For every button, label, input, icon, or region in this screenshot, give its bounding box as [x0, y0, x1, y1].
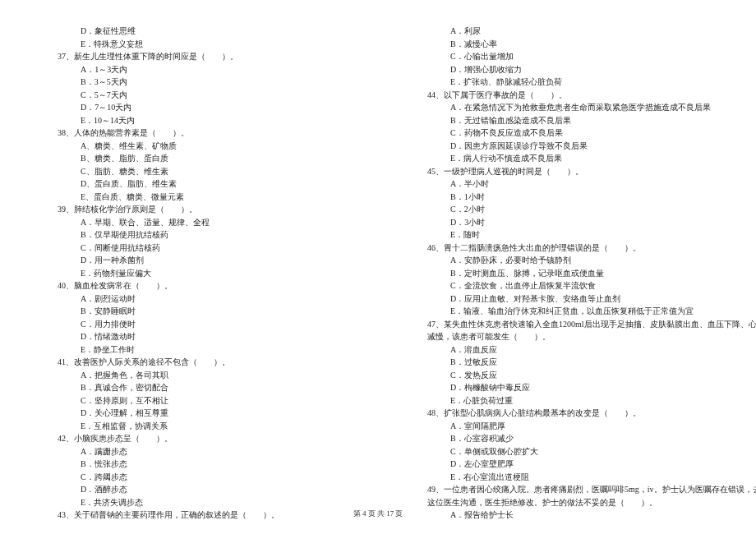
option-line: E．随时 [427, 228, 715, 242]
option-line: B．心室容积减少 [427, 432, 715, 445]
option-line: A．早期、联合、适量、规律、全程 [58, 216, 353, 229]
question-line: 42、小脑疾患步态呈（ ）。 [58, 432, 353, 445]
option-line: A、糖类、维生素、矿物质 [58, 140, 353, 153]
option-line: D．增强心肌收缩力 [427, 63, 715, 76]
option-line: D、蛋白质、脂肪、维生素 [58, 177, 353, 191]
option-line: D．左心室壁肥厚 [427, 458, 715, 471]
option-line: E．静坐工作时 [58, 343, 353, 357]
option-line: C．间断使用抗结核药 [58, 242, 353, 255]
option-line: E．互相监督，协调关系 [58, 420, 353, 433]
question-line: 减慢，该患者可能发生（ ）。 [427, 330, 715, 343]
option-line: D．用一种杀菌剂 [58, 254, 353, 267]
option-line: B．无过错输血感染造成不良后果 [427, 114, 715, 127]
option-line: B、糖类、脂肪、蛋白质 [58, 152, 353, 165]
question-line: 44、以下属于医疗事故的是（ ）。 [427, 89, 715, 102]
question-line: 37、新生儿生理性体重下降的时间应是（ ）。 [58, 50, 353, 63]
option-line: D．7～10天内 [58, 101, 353, 114]
option-line: E．右心室流出道梗阻 [427, 471, 715, 484]
option-line: D．关心理解，相互尊重 [58, 407, 353, 420]
option-line: B．减慢心率 [427, 38, 715, 51]
option-line: A．安静卧床，必要时给予镇静剂 [427, 254, 715, 267]
option-line: C．用力排便时 [58, 318, 353, 331]
option-line: E．10～14天内 [58, 114, 353, 127]
option-line: E．特殊意义妄想 [58, 38, 353, 51]
option-line: E．心脏负荷过重 [427, 394, 715, 407]
option-line: B．定时测血压、脉搏，记录呕血或便血量 [427, 267, 715, 280]
question-line: 38、人体的热能营养素是（ ）。 [58, 127, 353, 140]
option-line: D．象征性思维 [58, 25, 353, 38]
question-line: 40、脑血栓发病常在（ ）。 [58, 279, 353, 292]
option-line: D．酒醉步态 [58, 483, 353, 496]
option-line: C．心输出量增加 [427, 50, 715, 63]
option-line: D．3小时 [427, 216, 715, 229]
question-line: 46、胃十二指肠溃疡急性大出血的护理错误的是（ ）。 [427, 242, 715, 255]
option-line: C．坚持原则，互不相让 [58, 394, 353, 407]
option-line: C．5～7天内 [58, 89, 353, 102]
option-line: E、蛋白质、糖类、微量元素 [58, 191, 353, 204]
option-line: E．病人行动不慎造成不良后果 [427, 152, 715, 165]
option-line: E．共济失调步态 [58, 496, 353, 509]
option-line: E．扩张动、静脉减轻心脏负荷 [427, 76, 715, 89]
option-line: A．把握角色，各司其职 [58, 369, 353, 382]
option-line: E．输液、输血治疗休克和纠正贫血，以血压恢复稍低于正常值为宜 [427, 305, 715, 318]
option-line: B．真诚合作，密切配合 [58, 381, 353, 394]
option-line: C．药物不良反应造成不良后果 [427, 127, 715, 140]
option-line: A．半小时 [427, 177, 715, 191]
option-line: E．药物剂量应偏大 [58, 267, 353, 280]
option-line: C．2小时 [427, 203, 715, 216]
option-line: C．跨阈步态 [58, 471, 353, 484]
question-line: 49、一位患者因心绞痛入院。患者疼痛剧烈，医嘱吗啡5mg，iv。护士认为医嘱存在… [427, 483, 715, 496]
option-line: B．安静睡眠时 [58, 305, 353, 318]
question-line: 41、改善医护人际关系的途径不包含（ ）。 [58, 356, 353, 369]
option-line: D．枸橼酸钠中毒反应 [427, 381, 715, 394]
option-line: A．蹒跚步态 [58, 445, 353, 458]
option-line: A．剧烈运动时 [58, 292, 353, 306]
question-line: 45、一级护理病人巡视的时间是（ ）。 [427, 165, 715, 178]
left-column: D．象征性思维E．特殊意义妄想37、新生儿生理性体重下降的时间应是（ ）。A．1… [0, 25, 378, 501]
right-column: A．利尿B．减慢心率C．心输出量增加D．增强心肌收缩力E．扩张动、静脉减轻心脏负… [378, 25, 756, 501]
option-line: C、脂肪、糖类、维生素 [58, 165, 353, 178]
option-line: C．发热反应 [427, 369, 715, 382]
option-line: B．慌张步态 [58, 458, 353, 471]
question-line: 47、某失血性休克患者快速输入全血1200ml后出现手足抽搐、皮肤黏膜出血、血压… [427, 318, 715, 331]
question-line: 39、肺结核化学治疗原则是（ ）。 [58, 203, 353, 216]
option-line: C．全流饮食，出血停止后恢复半流饮食 [427, 279, 715, 292]
question-line: 48、扩张型心肌病病人心脏结构最基本的改变是（ ）。 [427, 407, 715, 420]
option-line: B．1小时 [427, 191, 715, 204]
option-line: B．3～5天内 [58, 76, 353, 89]
question-line: 这位医生沟通，医生拒绝修改。护士的做法不妥的是（ ）。 [427, 496, 715, 509]
option-line: D．情绪激动时 [58, 330, 353, 343]
option-line: B．过敏反应 [427, 356, 715, 369]
option-line: C．单侧或双侧心腔扩大 [427, 445, 715, 458]
option-line: B．仅早期使用抗结核药 [58, 228, 353, 242]
option-line: A．在紧急情况下为抢救垂危患者生命而采取紧急医学措施造成不良后果 [427, 101, 715, 114]
option-line: D．应用止血敏、对羟基卡胺、安络血等止血剂 [427, 292, 715, 306]
option-line: A．1～3天内 [58, 63, 353, 76]
option-line: A．室间隔肥厚 [427, 420, 715, 433]
option-line: A．溶血反应 [427, 343, 715, 357]
option-line: D．因患方原因延误诊疗导致不良后果 [427, 140, 715, 153]
page-footer: 第 4 页 共 17 页 [0, 509, 756, 519]
option-line: A．利尿 [427, 25, 715, 38]
